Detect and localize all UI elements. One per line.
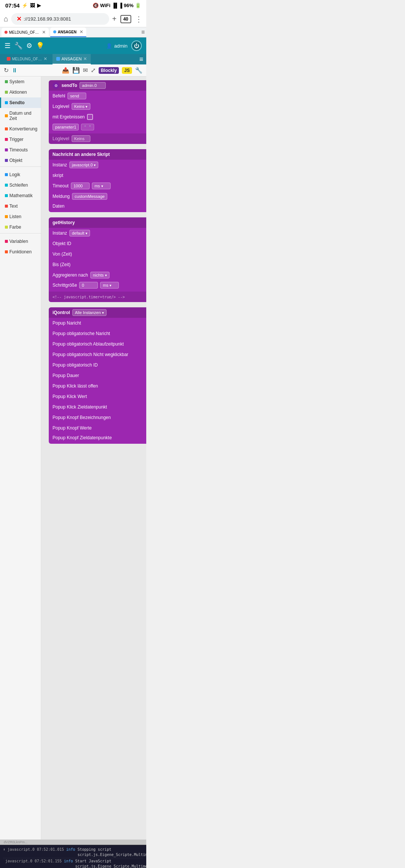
expand-icon[interactable]: ⤢ (91, 67, 96, 74)
menu-button[interactable]: ⋮ (135, 15, 142, 24)
sidebar-item-funktionen[interactable]: Funktionen (0, 247, 41, 257)
sidebar-item-logik-label: Logik (9, 172, 20, 177)
iqontrol-popup-oblig-nicht-label: Popup obligatorisch Nicht wegklickbar (52, 352, 128, 357)
tab-ansagen-close[interactable]: ✕ (80, 29, 83, 34)
sendto-command-value[interactable]: send (68, 93, 86, 99)
tab-ansagen-label: ANSAGEN (58, 30, 76, 34)
sidebar-item-trigger[interactable]: Trigger (0, 134, 41, 145)
sidebar-item-sendto[interactable]: Sendto (0, 97, 41, 108)
sidebar-item-timeouts[interactable]: Timeouts (0, 145, 41, 155)
iqontrol-popup-knopf-werte-label: Popup Knopf Werte (52, 425, 92, 431)
sidebar-item-aktionen[interactable]: Aktionen (0, 87, 41, 97)
browser-chrome: ⌂ ✕ ://192.168.99.33:8081 + 40 ⋮ (0, 11, 146, 27)
log-row-1: javascript.0 07:52:01.155 info Start Jav… (3, 858, 143, 868)
wifi-icon: WiFi (100, 3, 110, 8)
horizontal-scroll-bar[interactable]: dVZR0LknPm... (0, 840, 146, 845)
nachricht-ms[interactable]: ms ▾ (92, 183, 111, 189)
new-tab-button[interactable]: + (112, 15, 117, 23)
sidebar-item-variablen[interactable]: Variablen (0, 236, 41, 247)
app-toolbar: ☰ 🔧 ⚙ 💡 👤 admin ⏻ (0, 37, 146, 54)
tab-count-badge[interactable]: 40 (120, 15, 131, 23)
nachricht-meldung-value[interactable]: customMessage (72, 193, 107, 200)
sidebar-item-system-label: System (9, 79, 24, 84)
sidebar-item-mathematik-label: Mathematik (9, 193, 33, 198)
sidebar-item-sendto-label: Sendto (9, 100, 25, 105)
gethistory-aggregieren-value[interactable]: nichts ▾ (90, 272, 110, 278)
iqontrol-popup-klick-ziel-label: Popup Klick Zieldatenpunkt (52, 404, 107, 410)
script-tab-meldung-close[interactable]: ✕ (44, 56, 47, 61)
sidebar-item-objekt[interactable]: Objekt (0, 155, 41, 166)
gethistory-ms[interactable]: ms ▾ (100, 282, 119, 289)
power-button[interactable]: ⏻ (131, 40, 142, 51)
iqontrol-block[interactable]: iQontrol Alle Instanzen ▾ Popup Naricht … (49, 307, 146, 444)
log-area: ⬇ javascript.0 07:52:01.015 info Stoppin… (0, 845, 146, 868)
sidebar-item-schleifen[interactable]: Schleifen (0, 180, 41, 190)
gethistory-instanz-value[interactable]: default ▾ (69, 230, 90, 236)
url-bar[interactable]: ✕ ://192.168.99.33:8081 (11, 13, 109, 25)
home-button[interactable]: ⌂ (4, 15, 8, 23)
browser-tabs-bar: MELDUNG_OFFENE_... ✕ ANSAGEN ✕ ≡ (0, 27, 146, 37)
sidebar-item-farbe[interactable]: Farbe (0, 222, 41, 232)
flash-icon: ⚡ (22, 3, 28, 8)
hamburger-menu-icon[interactable]: ☰ (4, 42, 10, 50)
nachricht-meldung-label: Meldung (52, 194, 70, 199)
video-icon: ▶ (37, 3, 41, 8)
sidebar-item-mathematik[interactable]: Mathematik (0, 190, 41, 201)
help-icon[interactable]: 💡 (36, 42, 44, 50)
log-time-0: 07:52:01.015 (37, 847, 64, 858)
save-icon[interactable]: 💾 (72, 67, 80, 74)
sendto-block[interactable]: ⚙ sendTo admin.0 Befehl send Loglevel Ke… (49, 80, 146, 144)
tab-meldung-close[interactable]: ✕ (42, 30, 46, 35)
gethistory-block[interactable]: getHistory Instanz default ▾ Objekt ID V… (49, 217, 146, 302)
script-tab-meldung-label: MELDUNG_OFFENE_... (12, 57, 42, 61)
log-download-icon[interactable]: ⬇ (3, 847, 5, 858)
iqontrol-popup-klick-offen-label: Popup Klick lässt offen (52, 383, 98, 389)
wrench-icon[interactable]: 🔧 (14, 42, 22, 50)
js-badge[interactable]: JS (122, 67, 132, 74)
tabs-overflow-menu[interactable]: ≡ (141, 29, 145, 36)
sidebar-item-datum[interactable]: Datum und Zeit (0, 108, 41, 124)
iqontrol-popup-klick-wert-label: Popup Klick Wert (52, 394, 87, 399)
iqontrol-popup-knopf-ziel-label: Popup Knopf Zieldatenpunkte (52, 435, 112, 440)
sendto-keins2[interactable]: Keins (72, 135, 90, 142)
script-tabs-menu[interactable]: ≡ (139, 55, 143, 63)
log-msg-1: Start JavaScript script.js.Eigene_Script… (75, 859, 146, 868)
iqontrol-instanz-value[interactable]: Alle Instanzen ▾ (72, 309, 106, 316)
blockly-badge[interactable]: Blockly (99, 67, 119, 74)
battery-display: 96% (124, 3, 134, 8)
tab-meldung[interactable]: MELDUNG_OFFENE_... ✕ (2, 28, 49, 37)
refresh-button[interactable]: ↻ (4, 67, 9, 74)
script-tabs-bar: MELDUNG_OFFENE_... ✕ ANSAGEN ✕ ≡ (0, 54, 146, 64)
tab-ansagen[interactable]: ANSAGEN ✕ (50, 27, 86, 37)
script-tab-ansagen-close[interactable]: ✕ (83, 56, 87, 61)
sidebar-item-system[interactable]: System (0, 76, 41, 87)
sendto-string-connector[interactable]: “ ” (81, 124, 94, 130)
email-icon[interactable]: ✉ (83, 67, 88, 74)
export-icon[interactable]: 📤 (62, 67, 69, 74)
script-tab-ansagen[interactable]: ANSAGEN ✕ (52, 54, 91, 64)
sendto-loglevel-value[interactable]: Keins ▾ (72, 103, 90, 110)
signal-icon: ▐▌▐ (112, 3, 122, 8)
block-canvas: ⚙ sendTo admin.0 Befehl send Loglevel Ke… (41, 76, 146, 840)
nachricht-timeout-value[interactable]: 1000 (71, 183, 90, 189)
log-level-0: info (66, 847, 75, 858)
settings-wrench-icon[interactable]: 🔧 (135, 67, 142, 74)
iqontrol-popup-oblig-ablauf-label: Popup obligatorisch Ablaufzeitpunkt (52, 341, 124, 347)
sidebar-item-konvertierung[interactable]: Konvertierung (0, 124, 41, 134)
script-tab-meldung[interactable]: MELDUNG_OFFENE_... ✕ (3, 54, 51, 64)
nachricht-block[interactable]: Nachricht an andere Skript Instanz javas… (49, 149, 146, 212)
sidebar-item-logik[interactable]: Logik (0, 169, 41, 180)
gethistory-schritt-value[interactable]: 0 (79, 282, 98, 289)
sendto-parameter1[interactable]: parameter1 (52, 124, 79, 130)
settings-icon[interactable]: ⚙ (26, 42, 32, 50)
log-source-0: javascript.0 (8, 847, 34, 858)
nachricht-instanz-value[interactable]: javascript.0 ▾ (69, 162, 99, 168)
sidebar-item-text[interactable]: Text (0, 201, 41, 211)
sidebar-item-listen[interactable]: Listen (0, 211, 41, 222)
nachricht-skript-label: skript (52, 173, 63, 178)
sendto-checkbox[interactable] (87, 114, 93, 120)
pause-button[interactable]: ⏸ (12, 67, 18, 74)
stop-button[interactable]: ✕ (16, 15, 21, 22)
sendto-recipient[interactable]: admin.0 (80, 82, 106, 89)
log-source-1: javascript.0 (5, 859, 32, 868)
